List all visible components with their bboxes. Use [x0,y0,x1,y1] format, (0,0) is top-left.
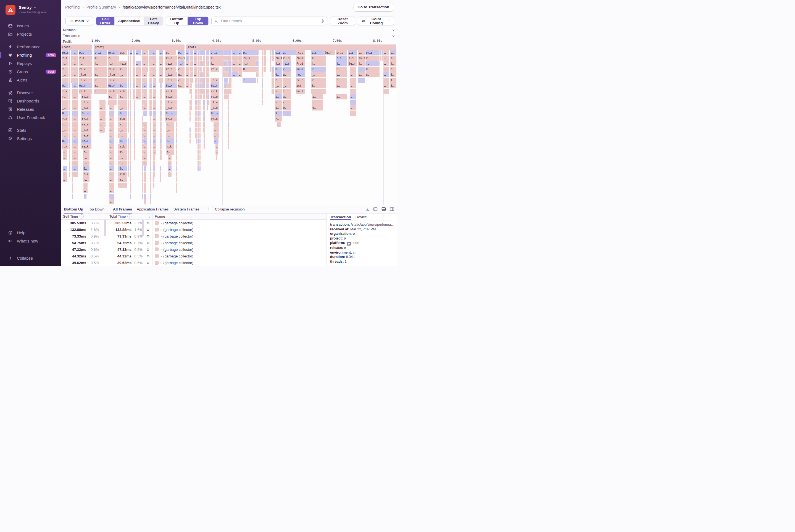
flame-cell[interactable] [144,172,146,177]
flame-cell[interactable]: 0… [119,166,127,171]
flame-cell[interactable] [134,149,135,155]
flame-cell[interactable] [69,116,70,121]
flame-cell[interactable]: … [73,133,78,138]
flame-cell[interactable] [142,144,143,149]
flame-cell[interactable]: 0… [119,111,127,116]
flame-cell[interactable]: … [73,61,78,66]
flame-cell[interactable]: … [109,199,114,204]
flame-cell[interactable]: … [152,56,156,61]
flame-cell[interactable] [201,89,202,94]
flame-cell[interactable]: … [186,66,189,72]
flame-cell[interactable] [150,155,151,160]
flame-cell[interactable]: _l…e [81,100,91,105]
chevron-right-icon[interactable]: › [160,221,162,225]
flame-cell[interactable]: _… [166,133,174,138]
flame-cell[interactable] [191,105,192,111]
flame-cell[interactable] [130,166,131,171]
flame-cell[interactable]: u… [275,89,282,94]
flame-cell[interactable] [226,50,228,55]
flame-cell[interactable]: … [194,56,197,61]
flame-cell[interactable] [228,127,229,133]
flame-cell[interactable]: r… [312,100,323,105]
flame-cell[interactable] [201,50,202,55]
flame-cell[interactable] [133,83,135,89]
flame-cell[interactable] [133,61,135,66]
flame-cell[interactable]: _… [62,72,69,77]
flame-cell[interactable] [149,100,152,105]
chevron-right-icon[interactable]: › [160,228,162,232]
flame-cell[interactable] [72,177,73,182]
flame-cell[interactable] [197,78,199,83]
flame-cell[interactable] [195,133,197,138]
flame-cell[interactable]: j… [390,61,396,66]
flame-labeled-cell[interactable]: _c…t [296,50,305,55]
flame-cell[interactable]: … [73,94,78,99]
sidebar-item-user-feedback[interactable]: User Feedback [0,113,61,121]
flame-cell[interactable]: re…k [79,89,92,94]
flame-cell[interactable]: r…k [166,144,174,149]
flame-cell[interactable] [195,111,197,116]
flame-cell[interactable] [229,61,231,66]
flame-cell[interactable]: 0b…> [79,83,92,89]
flame-cell[interactable] [270,56,271,61]
flame-cell[interactable]: pr…s [108,50,118,55]
flame-cell[interactable] [197,116,199,121]
flame-cell[interactable]: … [144,72,147,77]
flame-cell[interactable] [69,166,70,171]
flame-cell[interactable]: p… [390,50,396,55]
flame-cell[interactable] [130,100,131,105]
flame-cell[interactable] [271,78,274,83]
flame-cell[interactable] [256,66,258,72]
flame-cell[interactable] [142,172,143,177]
flame-cell[interactable]: r… [119,122,127,127]
flame-cell[interactable] [226,66,228,72]
flame-cell[interactable]: … [159,72,163,77]
flame-cell[interactable]: … [144,94,147,99]
flame-cell[interactable]: … [109,172,114,177]
flame-cell[interactable]: re…e [81,94,91,99]
flame-cell[interactable] [203,61,205,66]
flame-cell[interactable] [69,105,70,111]
flame-cell[interactable]: 0… [275,72,282,77]
flame-cell[interactable] [69,72,70,77]
flame-cell[interactable] [176,183,177,188]
flame-cell[interactable]: … [159,50,163,55]
flame-cell[interactable] [142,194,143,199]
flame-cell[interactable] [224,94,225,99]
breadcrumb-profile-summary[interactable]: Profile Summary [87,5,116,10]
flame-cell[interactable]: f… [390,78,396,83]
flame-cell[interactable]: p… [282,50,297,55]
flame-cell[interactable] [271,56,274,61]
flame-cell[interactable] [228,144,229,149]
flame-cell[interactable] [142,127,143,133]
flame-cell[interactable]: _e…e [81,133,91,138]
flame-cell[interactable] [72,160,73,166]
flame-cell[interactable]: … [153,78,156,83]
flame-cell[interactable] [224,83,225,89]
flame-cell[interactable]: u… [283,72,291,77]
flame-cell[interactable]: … [83,188,88,193]
flame-cell[interactable] [208,83,209,89]
flame-cell[interactable]: j…r [275,61,282,66]
flame-cell[interactable]: c… [177,83,185,89]
flame-cell[interactable]: 0… [311,83,326,89]
flame-cell[interactable]: … [143,50,149,55]
flame-cell[interactable]: _… [119,100,127,105]
flame-cell[interactable]: r… [336,78,347,83]
chevron-right-icon[interactable]: › [160,241,162,245]
flame-cell[interactable] [208,72,209,77]
flame-cell[interactable] [226,61,228,66]
flame-cell[interactable] [149,50,152,55]
flame-cell[interactable] [149,105,152,111]
flame-cell[interactable] [197,111,199,116]
flame-cell[interactable]: … [215,144,218,149]
flame-cell[interactable]: r… [83,177,90,182]
flame-cell[interactable]: a… [336,83,347,89]
flame-cell[interactable] [69,78,70,83]
flame-cell[interactable]: c… [358,72,365,77]
flame-cell[interactable]: … [109,155,114,160]
flame-cell[interactable] [130,105,131,111]
flame-cell[interactable] [228,116,229,121]
flame-cell[interactable]: … [152,50,156,55]
flame-cell[interactable] [208,94,209,99]
